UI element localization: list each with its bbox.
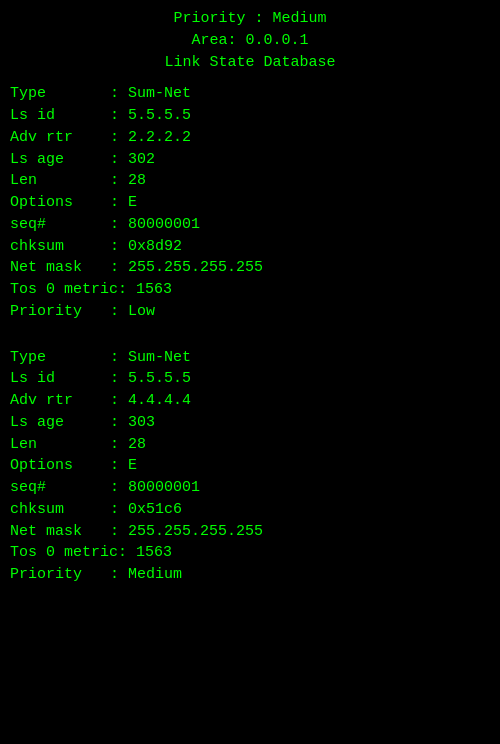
- entry2-seq-label: seq#: [10, 477, 110, 499]
- entry2-advrtr-colon: :: [110, 390, 128, 412]
- entry1-advrtr-label: Adv rtr: [10, 127, 110, 149]
- entry1-chksum-label: chksum: [10, 236, 110, 258]
- entry1-netmask-colon: :: [110, 257, 128, 279]
- entry1-type-value: Sum-Net: [128, 83, 191, 105]
- header-section: Priority : Medium Area: 0.0.0.1 Link Sta…: [10, 8, 490, 73]
- lsdb-entry-1: Type : Sum-Net Ls id : 5.5.5.5 Adv rtr :…: [10, 83, 490, 322]
- entry1-lsage-colon: :: [110, 149, 128, 171]
- entry2-advrtr-value: 4.4.4.4: [128, 390, 191, 412]
- entry2-lsid-colon: :: [110, 368, 128, 390]
- entry1-advrtr-row: Adv rtr : 2.2.2.2: [10, 127, 490, 149]
- entry1-lsage-label: Ls age: [10, 149, 110, 171]
- entry2-options-label: Options: [10, 455, 110, 477]
- entry1-type-colon: :: [110, 83, 128, 105]
- entry2-netmask-value: 255.255.255.255: [128, 521, 263, 543]
- entry2-chksum-value: 0x51c6: [128, 499, 182, 521]
- entry2-seq-colon: :: [110, 477, 128, 499]
- entry1-netmask-label: Net mask: [10, 257, 110, 279]
- entry2-type-row: Type : Sum-Net: [10, 347, 490, 369]
- entry2-priority-value: Medium: [128, 564, 182, 586]
- entry2-len-value: 28: [128, 434, 146, 456]
- entry1-seq-label: seq#: [10, 214, 110, 236]
- entry2-lsid-value: 5.5.5.5: [128, 368, 191, 390]
- db-label-line: Link State Database: [10, 52, 490, 74]
- entry1-len-colon: :: [110, 170, 128, 192]
- entry2-lsage-colon: :: [110, 412, 128, 434]
- entry1-type-row: Type : Sum-Net: [10, 83, 490, 105]
- entry2-options-row: Options : E: [10, 455, 490, 477]
- entry2-seq-value: 80000001: [128, 477, 200, 499]
- entry2-priority-colon: :: [110, 564, 128, 586]
- area-line: Area: 0.0.0.1: [10, 30, 490, 52]
- entry2-type-colon: :: [110, 347, 128, 369]
- entry2-advrtr-label: Adv rtr: [10, 390, 110, 412]
- entry2-netmask-colon: :: [110, 521, 128, 543]
- entry1-advrtr-colon: :: [110, 127, 128, 149]
- entry2-tos-line: Tos 0 metric: 1563: [10, 542, 490, 564]
- entry1-priority-colon: :: [110, 301, 128, 323]
- lsdb-entry-2: Type : Sum-Net Ls id : 5.5.5.5 Adv rtr :…: [10, 347, 490, 586]
- entry1-seq-row: seq# : 80000001: [10, 214, 490, 236]
- entry2-lsid-label: Ls id: [10, 368, 110, 390]
- entry1-options-value: E: [128, 192, 137, 214]
- entry2-lsage-value: 303: [128, 412, 155, 434]
- entry1-priority-value: Low: [128, 301, 155, 323]
- entry2-priority-label: Priority: [10, 564, 110, 586]
- area-label: Area: 0.0.0.1: [191, 32, 308, 49]
- entry2-netmask-row: Net mask : 255.255.255.255: [10, 521, 490, 543]
- entry1-seq-colon: :: [110, 214, 128, 236]
- entry2-len-colon: :: [110, 434, 128, 456]
- entry2-lsage-row: Ls age : 303: [10, 412, 490, 434]
- priority-top-colon: :: [255, 10, 273, 27]
- spacer-1: [10, 327, 490, 337]
- entry2-advrtr-row: Adv rtr : 4.4.4.4: [10, 390, 490, 412]
- priority-top-label: Priority: [173, 10, 245, 27]
- entry1-options-colon: :: [110, 192, 128, 214]
- priority-top-value: Medium: [273, 10, 327, 27]
- entry1-len-row: Len : 28: [10, 170, 490, 192]
- entry1-len-label: Len: [10, 170, 110, 192]
- entry1-chksum-colon: :: [110, 236, 128, 258]
- db-label: Link State Database: [164, 54, 335, 71]
- entry2-chksum-row: chksum : 0x51c6: [10, 499, 490, 521]
- entry1-options-row: Options : E: [10, 192, 490, 214]
- entry2-chksum-colon: :: [110, 499, 128, 521]
- entry2-type-label: Type: [10, 347, 110, 369]
- entry1-lsid-value: 5.5.5.5: [128, 105, 191, 127]
- entry1-lsage-value: 302: [128, 149, 155, 171]
- entry1-seq-value: 80000001: [128, 214, 200, 236]
- entry1-lsid-row: Ls id : 5.5.5.5: [10, 105, 490, 127]
- entry1-lsage-row: Ls age : 302: [10, 149, 490, 171]
- entry2-lsid-row: Ls id : 5.5.5.5: [10, 368, 490, 390]
- entry2-len-row: Len : 28: [10, 434, 490, 456]
- entry2-netmask-label: Net mask: [10, 521, 110, 543]
- entry1-netmask-row: Net mask : 255.255.255.255: [10, 257, 490, 279]
- entry2-options-value: E: [128, 455, 137, 477]
- entry1-lsid-label: Ls id: [10, 105, 110, 127]
- entry1-lsid-colon: :: [110, 105, 128, 127]
- entry2-len-label: Len: [10, 434, 110, 456]
- entry1-chksum-row: chksum : 0x8d92: [10, 236, 490, 258]
- entry1-netmask-value: 255.255.255.255: [128, 257, 263, 279]
- entry1-priority-row: Priority : Low: [10, 301, 490, 323]
- entry1-len-value: 28: [128, 170, 146, 192]
- entry2-options-colon: :: [110, 455, 128, 477]
- entry2-type-value: Sum-Net: [128, 347, 191, 369]
- entry1-priority-label: Priority: [10, 301, 110, 323]
- terminal-window: Priority : Medium Area: 0.0.0.1 Link Sta…: [0, 0, 500, 744]
- entry2-lsage-label: Ls age: [10, 412, 110, 434]
- entry1-options-label: Options: [10, 192, 110, 214]
- priority-top-line: Priority : Medium: [10, 8, 490, 30]
- entry1-type-label: Type: [10, 83, 110, 105]
- entry1-chksum-value: 0x8d92: [128, 236, 182, 258]
- entry2-chksum-label: chksum: [10, 499, 110, 521]
- entry2-seq-row: seq# : 80000001: [10, 477, 490, 499]
- entry1-advrtr-value: 2.2.2.2: [128, 127, 191, 149]
- entry2-priority-row: Priority : Medium: [10, 564, 490, 586]
- entry1-tos-line: Tos 0 metric: 1563: [10, 279, 490, 301]
